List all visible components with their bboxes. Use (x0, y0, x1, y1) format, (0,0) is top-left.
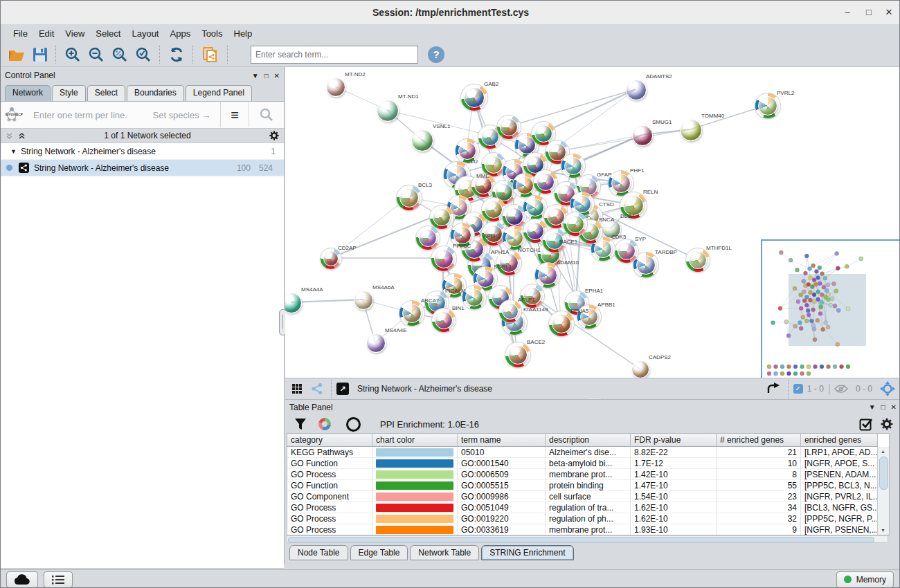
scroll-down-icon[interactable]: ▼ (878, 526, 888, 535)
column-header-category[interactable]: category (287, 434, 372, 447)
protein-node-gab2[interactable] (464, 87, 485, 108)
protein-node[interactable] (534, 125, 552, 143)
refresh-icon[interactable] (168, 46, 185, 63)
table-row[interactable]: GO ProcessGO:0006509membrane prot...1.42… (287, 469, 889, 480)
task-list-button[interactable] (44, 571, 73, 588)
protein-node-syp[interactable] (618, 242, 636, 260)
protein-node[interactable] (453, 226, 471, 244)
network-tree-row[interactable]: ▼String Network - Alzheimer's disease1 (1, 143, 284, 160)
protein-node-adamts2[interactable] (626, 80, 647, 100)
chart-icon[interactable] (318, 418, 331, 430)
scrollbar-thumb[interactable] (879, 457, 888, 490)
save-session-icon[interactable] (33, 47, 48, 62)
network-canvas[interactable]: MT-ND2MT-ND1VSNL1GAB2ADAMTS2PVRL2TOMM40S… (285, 67, 900, 378)
protein-node-ms4a6a[interactable] (354, 291, 373, 310)
tab-style[interactable]: Style (52, 85, 86, 101)
table-row[interactable]: GO FunctionGO:0001540beta-amyloid bi...1… (287, 458, 889, 469)
horizontal-scrollbar[interactable] (287, 535, 888, 543)
menu-layout[interactable]: Layout (126, 26, 164, 41)
protein-node-sorl1[interactable] (476, 270, 494, 288)
zoom-selected-icon[interactable] (135, 46, 152, 63)
protein-node-phf1[interactable] (611, 174, 631, 193)
menu-apps[interactable]: Apps (165, 26, 197, 41)
string-term-input[interactable]: Enter one term per line. (33, 110, 153, 120)
column-header-enriched-genes[interactable]: enriched genes (801, 434, 878, 447)
protein-node-vsnl1[interactable] (411, 129, 433, 151)
protein-node-adam10[interactable] (538, 266, 557, 285)
protein-node[interactable] (419, 229, 437, 247)
menu-edit[interactable]: Edit (33, 26, 60, 41)
scroll-up-icon[interactable]: ▲ (878, 447, 888, 456)
export-network-icon[interactable] (766, 383, 780, 395)
tab-edge-table[interactable]: Edge Table (350, 545, 408, 560)
scrollbar-thumb[interactable] (288, 537, 874, 543)
protein-node[interactable] (500, 118, 518, 136)
protein-node[interactable] (566, 215, 584, 233)
protein-node[interactable] (485, 201, 503, 219)
protein-node-cdk5[interactable] (594, 240, 612, 258)
protein-node-smug1[interactable] (632, 125, 653, 146)
protein-node[interactable] (465, 288, 483, 306)
share-network-icon[interactable] (311, 383, 323, 395)
column-header-description[interactable]: description (546, 434, 631, 447)
zoom-out-icon[interactable] (88, 46, 105, 63)
string-search-icon[interactable] (253, 108, 280, 122)
grid-view-icon[interactable] (292, 384, 302, 394)
tab-select[interactable]: Select (87, 85, 125, 101)
table-row[interactable]: GO ComponentGO:0009986cell surface1.54E-… (287, 491, 889, 502)
protein-node-tomm40[interactable] (680, 119, 702, 141)
tab-node-table[interactable]: Node Table (289, 545, 348, 560)
protein-node[interactable] (485, 156, 503, 174)
protein-node-mt-nd1[interactable] (377, 100, 399, 122)
protein-node[interactable] (526, 222, 544, 240)
panel-float-icon[interactable]: □ (264, 72, 269, 80)
table-row[interactable]: GO ProcessGO:0051049regulation of tra...… (287, 502, 889, 513)
protein-node[interactable] (505, 229, 523, 247)
column-header-term-name[interactable]: term name (458, 434, 546, 447)
enrichment-table[interactable]: categorychart colorterm namedescriptionF… (287, 433, 890, 535)
ring-chart-icon[interactable] (346, 417, 361, 432)
birdseye-toggle-icon[interactable] (880, 381, 895, 396)
protein-node[interactable] (564, 157, 582, 175)
protein-node-cd2ap[interactable] (323, 251, 339, 266)
menu-help[interactable]: Help (228, 26, 258, 41)
panel-close-icon[interactable]: ✕ (274, 72, 280, 80)
settings-gear-icon[interactable] (880, 417, 894, 431)
network-tree-row[interactable]: String Network - Alzheimer's disease1005… (1, 160, 284, 176)
protein-node[interactable] (433, 208, 451, 226)
protein-node[interactable] (505, 208, 523, 226)
detach-view-icon[interactable]: ↗ (336, 383, 349, 395)
protein-node[interactable] (526, 199, 544, 217)
column-header-chart-color[interactable]: chart color (372, 434, 458, 447)
protein-node-mt-nd2[interactable] (326, 77, 345, 97)
protein-node[interactable] (458, 142, 476, 160)
table-row[interactable]: GO ProcessGO:0019220regulation of ph...1… (287, 513, 889, 524)
select-terms-checkbox-icon[interactable] (859, 417, 873, 431)
panel-menu-icon[interactable]: ▼ (252, 72, 259, 80)
panel-float-icon[interactable]: □ (881, 403, 885, 411)
maximize-button[interactable]: □ (858, 1, 879, 24)
zoom-fit-icon[interactable] (111, 46, 128, 63)
protein-node-mthfd1l[interactable] (689, 251, 707, 269)
protein-node-bcl3[interactable] (399, 188, 419, 208)
protein-node-tardbp[interactable] (636, 255, 656, 275)
protein-node[interactable] (537, 173, 555, 191)
tab-boundaries[interactable]: Boundaries (127, 85, 184, 101)
table-row[interactable]: GO ProcessGO:0033619membrane prot...1.93… (287, 524, 889, 535)
minimize-button[interactable]: – (837, 1, 858, 24)
table-row[interactable]: GO FunctionGO:0005515protein binding1.47… (287, 480, 889, 491)
birdseye-view[interactable] (761, 239, 900, 378)
selected-nodes-checkbox-icon[interactable]: ✓ (793, 384, 803, 394)
panel-close-icon[interactable]: ✕ (891, 403, 897, 411)
string-logo-icon[interactable]: STRING (3, 106, 24, 124)
menu-file[interactable]: File (8, 26, 33, 41)
open-session-icon[interactable] (8, 47, 26, 62)
protein-node-bin1[interactable] (435, 311, 453, 329)
help-icon[interactable]: ? (428, 46, 444, 63)
cloud-button[interactable] (6, 571, 38, 588)
tab-legend-panel[interactable]: Legend Panel (186, 85, 252, 101)
tree-expand-icon[interactable]: ▼ (10, 148, 17, 155)
memory-button[interactable]: Memory (836, 571, 894, 588)
protein-node-cadps2[interactable] (631, 360, 649, 378)
menu-tools[interactable]: Tools (196, 26, 228, 41)
